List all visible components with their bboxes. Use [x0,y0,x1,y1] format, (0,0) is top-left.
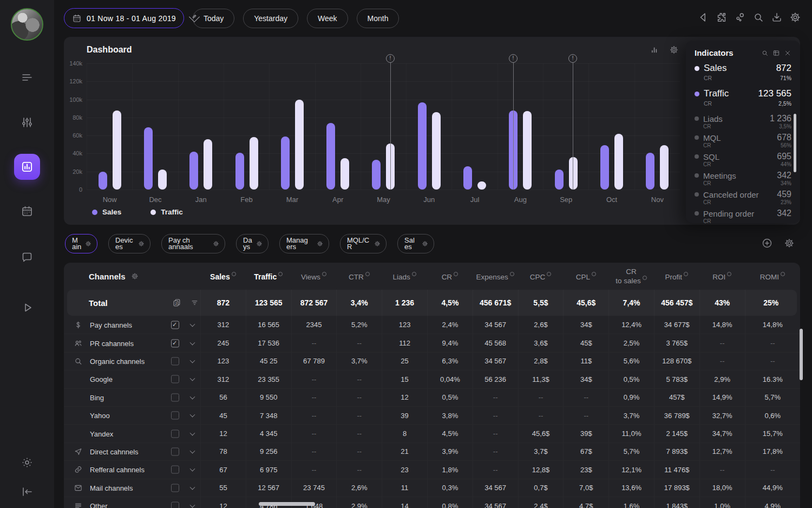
table-row-organic-channels[interactable]: Organic channels12345 2567 7893,7%256,3%… [64,352,800,370]
chevron-down-icon[interactable] [190,430,195,435]
extensions-icon[interactable] [716,11,728,23]
traffic-bar[interactable] [295,100,304,190]
sales-bar[interactable] [235,153,244,190]
chevron-down-icon[interactable] [190,448,195,454]
add-filter-icon[interactable] [761,237,773,249]
download-icon[interactable] [771,11,783,23]
column-header-cr[interactable]: CR [427,272,473,281]
share-icon[interactable] [734,11,746,23]
indicator-item-traffic[interactable]: Traffic123 565CR2,5% [695,88,791,108]
alert-icon[interactable]: ! [386,54,395,63]
column-header-romi[interactable]: ROMI [745,272,800,281]
filter-chip-days[interactable]: Days [236,234,269,253]
filter-chip-devices[interactable]: Devices [108,234,150,253]
column-header-sales[interactable]: Sales [200,272,246,281]
column-header-profit[interactable]: Profit [654,272,699,281]
chart-settings-icon[interactable] [669,45,679,55]
settings-icon[interactable] [138,240,145,247]
info-icon[interactable] [643,276,647,280]
info-icon[interactable] [412,272,416,276]
back-icon[interactable] [697,11,709,23]
legend-item-traffic[interactable]: Traffic [150,208,183,216]
table-row-yahoo[interactable]: Yahoo457 348----393,8%------3,7%36 789$3… [64,406,800,424]
row-checkbox[interactable] [171,393,179,401]
compare-pages-icon[interactable]: 2 [172,298,181,308]
indicator-item-meetings[interactable]: Meetings342CR34% [695,171,791,187]
chart-type-icon[interactable] [650,45,659,55]
traffic-bar[interactable] [204,139,212,190]
avatar[interactable] [11,8,43,41]
row-checkbox[interactable] [171,321,179,329]
row-checkbox[interactable] [171,502,179,508]
sales-bar[interactable] [372,160,381,190]
indicator-item-pending-order[interactable]: Pending order342CR [695,209,791,223]
sidebar-item-analytics-active[interactable] [14,154,40,180]
row-checkbox[interactable] [171,412,179,420]
play-icon[interactable] [21,301,34,314]
filter-chip-sales[interactable]: Sales [397,234,434,253]
info-icon[interactable] [592,272,596,276]
column-header-roi[interactable]: ROI [699,272,745,281]
sales-bar[interactable] [99,172,107,190]
row-checkbox[interactable] [171,484,179,492]
indicator-item-sales[interactable]: Sales872CR71% [695,63,791,83]
filter-chip-pay-channaals[interactable]: Pay channaals [161,234,225,253]
table-row-direct-cahnnels[interactable]: Direct cahnnels789 256----213,9%--3,7$67… [64,442,800,460]
sales-bar[interactable] [418,102,427,190]
table-row-bing[interactable]: Bing569 550----120,5%------0,9%457$14,9%… [64,388,800,406]
column-header-traffic[interactable]: Traffic [246,272,291,281]
table-view-icon[interactable] [772,49,780,57]
month-button[interactable]: Month [357,9,400,28]
alert-icon[interactable]: ! [568,54,577,63]
row-checkbox[interactable] [171,339,179,347]
sales-bar[interactable] [326,123,335,190]
indicators-scrollbar[interactable] [794,114,796,172]
table-row-google[interactable]: Google31223 355----150,04%56 23611,3$34$… [64,370,800,388]
traffic-bar[interactable] [113,110,121,190]
chevron-down-icon[interactable] [190,321,195,327]
close-icon[interactable] [784,49,791,57]
chevron-down-icon[interactable] [190,466,195,472]
brightness-icon[interactable] [21,456,34,469]
settings-icon[interactable] [256,240,263,247]
column-settings-icon[interactable] [131,272,139,280]
traffic-bar[interactable] [523,111,532,190]
settings-icon[interactable] [374,240,381,247]
indicator-item-mql[interactable]: MQL678CR56% [695,133,791,149]
row-checkbox[interactable] [171,447,179,455]
chat-icon[interactable] [21,251,34,264]
legend-item-sales[interactable]: Sales [92,208,121,216]
info-icon[interactable] [365,272,370,276]
row-checkbox[interactable] [171,357,179,365]
sales-bar[interactable] [144,127,153,190]
search-icon[interactable] [761,49,769,57]
chevron-down-icon[interactable] [190,376,195,381]
info-icon[interactable] [232,272,236,276]
menu-icon[interactable] [21,71,34,84]
row-checkbox[interactable] [171,375,179,383]
chevron-down-icon[interactable] [190,394,195,399]
indicator-item-sql[interactable]: SQL695CR44% [695,152,791,168]
info-icon[interactable] [547,272,551,276]
info-icon[interactable] [727,272,731,276]
vertical-scrollbar[interactable] [800,329,803,380]
filters-icon[interactable] [21,116,34,129]
yesterday-button[interactable]: Yestarday [243,9,298,28]
column-header-cpl[interactable]: CPL [563,272,608,281]
sales-bar[interactable] [189,152,198,190]
column-header-expenses[interactable]: Expenses [473,272,518,281]
table-row-pr-cahannels[interactable]: PR cahannels24517 536----1129,4%45 5683,… [64,334,800,351]
sales-bar[interactable] [463,166,472,190]
sales-bar[interactable] [646,153,654,190]
sales-bar[interactable] [600,145,609,190]
row-checkbox[interactable] [171,429,179,438]
filter-chip-main[interactable]: Main [65,234,97,253]
search-icon[interactable] [752,11,764,23]
info-icon[interactable] [322,272,326,276]
table-row-other[interactable]: Other124 7861 6482,9%140,8%34 5672,4$4,7… [64,497,800,508]
table-row-refferal-cahnnels[interactable]: Refferal cahnnels676 975----231,8%--12,8… [64,460,800,478]
chevron-down-icon[interactable] [190,503,195,508]
collapse-sidebar-icon[interactable] [21,485,34,498]
filter-chip-mql-cr[interactable]: MQL/CR [340,234,387,253]
traffic-bar[interactable] [660,145,669,190]
